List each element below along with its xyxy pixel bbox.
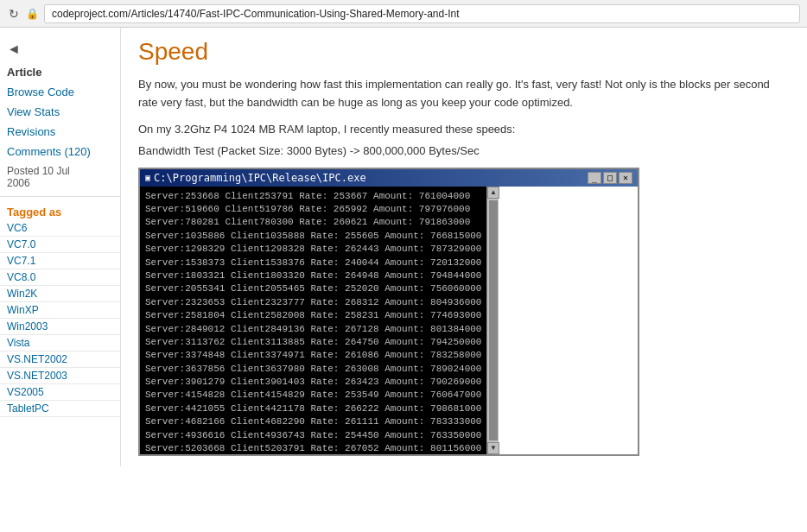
terminal-row: Server:2849012 Client2849136 Rate: 26712… xyxy=(145,323,481,336)
speed-line: On my 3.2Ghz P4 1024 MB RAM laptop, I re… xyxy=(138,123,790,136)
terminal-row: Server:5203668 Client5203791 Rate: 26705… xyxy=(145,442,481,454)
scroll-up-button[interactable]: ▲ xyxy=(487,187,499,199)
sidebar-tag-vc6[interactable]: VC6 xyxy=(0,220,120,237)
terminal-row: Server:2581804 Client2582008 Rate: 25823… xyxy=(145,309,481,322)
terminal-row: Server:4421055 Client4421178 Rate: 26622… xyxy=(145,402,481,415)
lock-icon: 🔒 xyxy=(26,8,39,20)
sidebar: ◄ Article Browse Code View Stats Revisio… xyxy=(0,28,121,466)
terminal-row: Server:3637856 Client3637980 Rate: 26300… xyxy=(145,363,481,376)
sidebar-tag-vc71[interactable]: VC7.1 xyxy=(0,253,120,269)
bandwidth-line: Bandwidth Test (Packet Size: 3000 Bytes)… xyxy=(138,144,790,157)
terminal-row: Server:4682166 Client4682290 Rate: 26111… xyxy=(145,415,481,428)
sidebar-section-title: Article xyxy=(0,60,120,82)
terminal-row: Server:3374848 Client3374971 Rate: 26108… xyxy=(145,349,481,362)
terminal-body: Server:253668 Client253791 Rate: 253667 … xyxy=(140,187,486,454)
terminal-row: Server:780281 Client780300 Rate: 260621 … xyxy=(145,216,481,229)
sidebar-link-comments[interactable]: Comments (120) xyxy=(0,142,120,162)
terminal-row: Server:1803321 Client1803320 Rate: 26494… xyxy=(145,269,481,282)
terminal-title: C:\Programming\IPC\Release\IPC.exe xyxy=(154,172,366,184)
sidebar-tagged-label: Tagged as xyxy=(0,200,120,220)
sidebar-link-revisions[interactable]: Revisions xyxy=(0,122,120,142)
terminal-body-wrapper: Server:253668 Client253791 Rate: 253667 … xyxy=(140,187,638,454)
refresh-icon[interactable]: ↻ xyxy=(7,7,21,21)
sidebar-tag-win2003[interactable]: Win2003 xyxy=(0,319,120,335)
terminal-restore-button[interactable]: □ xyxy=(603,172,617,184)
page-container: ◄ Article Browse Code View Stats Revisio… xyxy=(0,28,807,466)
terminal-row: Server:519660 Client519786 Rate: 265992 … xyxy=(145,203,481,216)
sidebar-tag-vista[interactable]: Vista xyxy=(0,335,120,352)
terminal-row: Server:2323653 Client2323777 Rate: 26831… xyxy=(145,296,481,309)
page-title: Speed xyxy=(138,38,790,66)
terminal-row: Server:3901279 Client3901403 Rate: 26342… xyxy=(145,376,481,389)
terminal-window: ▣ C:\Programming\IPC\Release\IPC.exe _ □… xyxy=(138,168,639,456)
terminal-row: Server:3113762 Client3113885 Rate: 26475… xyxy=(145,336,481,349)
terminal-row: Server:253668 Client253791 Rate: 253667 … xyxy=(145,190,481,203)
terminal-row: Server:1298329 Client1298328 Rate: 26244… xyxy=(145,243,481,256)
sidebar-tag-winxp[interactable]: WinXP xyxy=(0,302,120,319)
sidebar-tag-vc80[interactable]: VC8.0 xyxy=(0,269,120,286)
address-bar[interactable] xyxy=(44,4,800,23)
sidebar-post-date: Posted 10 Jul2006 xyxy=(0,162,120,193)
terminal-cmd-icon: ▣ xyxy=(145,173,150,182)
terminal-controls: _ □ ✕ xyxy=(588,172,632,184)
sidebar-tag-vc70[interactable]: VC7.0 xyxy=(0,237,120,253)
scroll-down-button[interactable]: ▼ xyxy=(487,442,499,454)
back-arrow-icon: ◄ xyxy=(0,35,120,60)
sidebar-link-view-stats[interactable]: View Stats xyxy=(0,102,120,122)
sidebar-divider xyxy=(0,196,120,197)
terminal-row: Server:2055341 Client2055465 Rate: 25202… xyxy=(145,282,481,295)
terminal-scrollbar[interactable]: ▲ ▼ xyxy=(486,187,499,454)
terminal-row: Server:1035886 Client1035888 Rate: 25560… xyxy=(145,230,481,243)
sidebar-tag-win2k[interactable]: Win2K xyxy=(0,286,120,302)
terminal-row: Server:4154828 Client4154829 Rate: 25354… xyxy=(145,389,481,402)
sidebar-tag-vsnet2003[interactable]: VS.NET2003 xyxy=(0,368,120,384)
scroll-thumb[interactable] xyxy=(489,200,498,440)
browser-bar: ↻ 🔒 xyxy=(0,0,807,28)
intro-paragraph: By now, you must be wondering how fast t… xyxy=(138,76,790,112)
sidebar-tag-tabletpc[interactable]: TabletPC xyxy=(0,401,120,417)
terminal-close-button[interactable]: ✕ xyxy=(619,172,632,184)
terminal-titlebar-left: ▣ C:\Programming\IPC\Release\IPC.exe xyxy=(145,172,366,184)
terminal-titlebar: ▣ C:\Programming\IPC\Release\IPC.exe _ □… xyxy=(140,169,638,187)
main-content: Speed By now, you must be wondering how … xyxy=(121,28,807,466)
terminal-row: Server:1538373 Client1538376 Rate: 24004… xyxy=(145,256,481,269)
terminal-minimize-button[interactable]: _ xyxy=(588,172,601,184)
sidebar-tag-vsnet2002[interactable]: VS.NET2002 xyxy=(0,352,120,368)
sidebar-tag-vs2005[interactable]: VS2005 xyxy=(0,384,120,401)
terminal-row: Server:4936616 Client4936743 Rate: 25445… xyxy=(145,429,481,442)
sidebar-link-browse-code[interactable]: Browse Code xyxy=(0,82,120,102)
